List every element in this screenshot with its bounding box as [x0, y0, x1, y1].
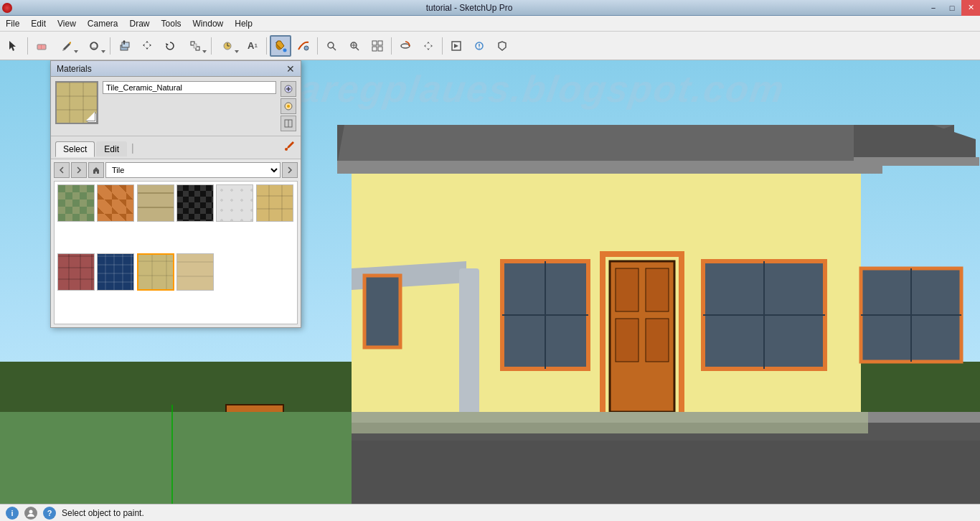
- pan-button[interactable]: [418, 35, 439, 57]
- material-cell-10[interactable]: [176, 253, 214, 291]
- svg-rect-63: [352, 441, 980, 504]
- select-tool-button[interactable]: [3, 35, 24, 57]
- svg-rect-37: [459, 268, 479, 426]
- menu-edit[interactable]: Edit: [25, 17, 52, 30]
- nav-forward-button[interactable]: [71, 162, 87, 178]
- svg-rect-8: [194, 44, 197, 48]
- menu-bar: File Edit View Camera Draw Tools Window …: [0, 16, 980, 32]
- addon2-button[interactable]: [468, 35, 490, 57]
- app-icon: [2, 3, 12, 13]
- info-icon[interactable]: i: [6, 507, 19, 520]
- title-bar: tutorial - SketchUp Pro − □ ✕: [0, 0, 980, 16]
- menu-file[interactable]: File: [0, 17, 25, 30]
- shape-tool-button[interactable]: [81, 35, 107, 57]
- material-cell-5[interactable]: [216, 184, 253, 222]
- materials-panel-title: Materials: [57, 64, 92, 74]
- materials-panel: Materials ✕ Select Edit |: [50, 60, 301, 328]
- svg-marker-34: [854, 125, 976, 161]
- maximize-button[interactable]: □: [943, 0, 961, 16]
- svg-rect-1: [41, 44, 42, 50]
- sample-material-button[interactable]: [281, 98, 296, 114]
- menu-help[interactable]: Help: [229, 17, 258, 30]
- toolbar: A1: [0, 32, 980, 60]
- svg-rect-35: [854, 157, 979, 166]
- text-tool-button[interactable]: A1: [242, 35, 263, 57]
- create-material-button[interactable]: [281, 81, 296, 97]
- svg-rect-42: [646, 319, 669, 362]
- svg-rect-59: [352, 423, 868, 433]
- svg-point-12: [304, 46, 308, 50]
- materials-panel-header[interactable]: Materials ✕: [51, 61, 301, 77]
- material-cell-6[interactable]: [256, 184, 293, 222]
- menu-tools[interactable]: Tools: [156, 17, 187, 30]
- menu-draw[interactable]: Draw: [124, 17, 156, 30]
- svg-line-14: [333, 47, 336, 50]
- dropper-icon[interactable]: [283, 139, 296, 159]
- svg-rect-20: [378, 41, 382, 45]
- svg-rect-39: [616, 268, 639, 311]
- material-cell-1[interactable]: [57, 184, 95, 222]
- svg-point-71: [285, 148, 288, 151]
- svg-rect-4: [122, 42, 129, 47]
- status-text: Select object to paint.: [62, 508, 144, 518]
- follow-me-button[interactable]: [293, 35, 314, 57]
- nav-back-button[interactable]: [54, 162, 70, 178]
- tab-select[interactable]: Select: [55, 141, 95, 157]
- material-category-select[interactable]: Tile Brick Stone Wood Metal Glass: [105, 162, 281, 178]
- window-title: tutorial - SketchUp Pro: [14, 3, 924, 13]
- mat-action3-button[interactable]: [281, 116, 296, 131]
- orbit-button[interactable]: [395, 35, 416, 57]
- svg-rect-41: [616, 319, 639, 362]
- menu-window[interactable]: Window: [187, 17, 230, 30]
- svg-point-13: [328, 42, 334, 48]
- material-browser: Tile Brick Stone Wood Metal Glass: [51, 159, 301, 327]
- scale-tool-button[interactable]: [182, 35, 208, 57]
- material-cell-8[interactable]: [97, 253, 134, 291]
- addon3-button[interactable]: [491, 35, 513, 57]
- material-grid: Tile_Ceramic_Natural: [54, 181, 298, 324]
- svg-point-72: [29, 510, 33, 513]
- svg-rect-40: [646, 268, 669, 311]
- material-preview-area: [51, 77, 301, 136]
- pushpull-tool-button[interactable]: [113, 35, 135, 57]
- eraser-tool-button[interactable]: [31, 35, 52, 57]
- material-name-input[interactable]: [103, 81, 276, 94]
- material-cell-9[interactable]: Tile_Ceramic_Natural: [137, 253, 174, 291]
- nav-home-button[interactable]: [88, 162, 104, 178]
- materials-tabs: Select Edit |: [51, 136, 301, 159]
- material-action-buttons: [281, 81, 296, 131]
- material-cell-4[interactable]: [176, 184, 214, 222]
- nav-open-button[interactable]: [282, 162, 298, 178]
- svg-rect-19: [372, 41, 377, 45]
- svg-rect-56: [364, 276, 400, 347]
- rotate-tool-button[interactable]: [159, 35, 181, 57]
- materials-panel-close[interactable]: ✕: [286, 64, 295, 74]
- svg-rect-22: [378, 47, 382, 51]
- svg-point-68: [287, 105, 290, 108]
- material-browser-nav: Tile Brick Stone Wood Metal Glass: [54, 162, 298, 178]
- menu-camera[interactable]: Camera: [82, 17, 124, 30]
- material-cell-3[interactable]: [137, 184, 174, 222]
- help-icon[interactable]: ?: [43, 507, 56, 520]
- status-bar: i ? Select object to paint.: [0, 504, 980, 521]
- addon1-button[interactable]: [446, 35, 467, 57]
- svg-rect-33: [337, 161, 882, 174]
- material-cell-7[interactable]: [57, 253, 95, 291]
- material-cell-2[interactable]: [97, 184, 134, 222]
- close-button[interactable]: ✕: [961, 0, 980, 16]
- user-icon[interactable]: [24, 507, 37, 520]
- menu-view[interactable]: View: [52, 17, 82, 30]
- svg-line-16: [356, 47, 359, 50]
- tape-tool-button[interactable]: [215, 35, 240, 57]
- svg-rect-61: [0, 412, 352, 504]
- tab-edit[interactable]: Edit: [96, 141, 127, 156]
- minimize-button[interactable]: −: [924, 0, 943, 16]
- move-tool-button[interactable]: [136, 35, 158, 57]
- window-controls: − □ ✕: [924, 0, 980, 15]
- paint-bucket-button[interactable]: [270, 35, 291, 57]
- zoom-extents-button[interactable]: [344, 35, 365, 57]
- views-button[interactable]: [367, 35, 388, 57]
- search-button[interactable]: [321, 35, 342, 57]
- pencil-tool-button[interactable]: [54, 35, 80, 57]
- material-preview-swatch: [55, 81, 98, 124]
